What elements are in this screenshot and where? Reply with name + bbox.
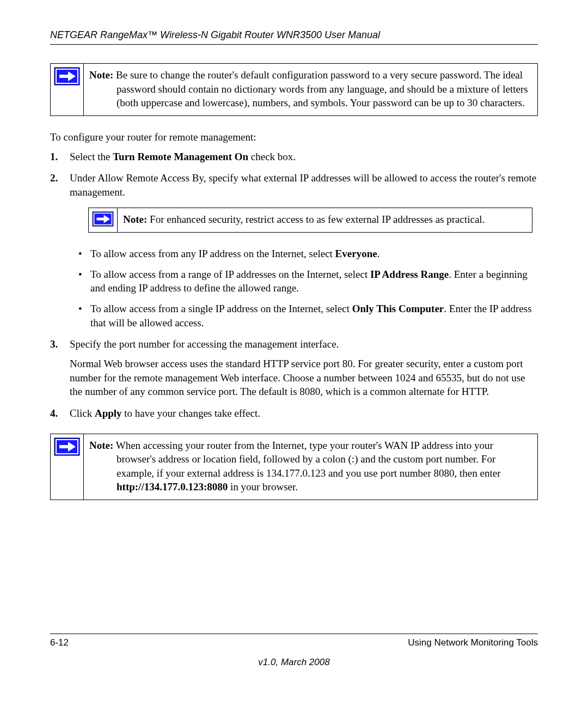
note-box-password: Note: Be sure to change the router's def…	[50, 63, 538, 116]
intro-text: To configure your router for remote mana…	[50, 130, 538, 144]
bullet-ip-range: To allow access from a range of IP addre…	[90, 267, 538, 295]
arrow-icon	[51, 64, 84, 115]
step-3: Specify the port number for accessing th…	[50, 337, 538, 399]
step-2: Under Allow Remote Access By, specify wh…	[50, 171, 538, 330]
bullet-only-this: To allow access from a single IP address…	[90, 302, 538, 330]
note-url: http://134.177.0.123:8080	[117, 481, 228, 492]
step-4: Click Apply to have your changes take ef…	[50, 406, 538, 421]
note-label: Note:	[123, 214, 147, 225]
note-box-wan-access: Note: When accessing your router from th…	[50, 434, 538, 501]
note-text: Be sure to change the router's default c…	[113, 69, 528, 108]
page-footer: 6-12 Using Network Monitoring Tools v1.0…	[50, 634, 538, 668]
note-box-security: Note: For enhanced security, restrict ac…	[88, 208, 532, 233]
page-number: 6-12	[50, 637, 69, 648]
arrow-icon	[89, 208, 118, 232]
note-text-pre: When accessing your router from the Inte…	[113, 440, 500, 479]
note-label: Note:	[89, 440, 113, 451]
section-title: Using Network Monitoring Tools	[408, 637, 538, 648]
note-text-post: in your browser.	[228, 481, 298, 492]
step-3-detail: Normal Web browser access uses the stand…	[70, 357, 538, 399]
note-label: Note:	[89, 69, 113, 81]
bullet-everyone: To allow access from any IP address on t…	[90, 247, 538, 261]
step-1: Select the Turn Remote Management On che…	[50, 150, 538, 164]
arrow-icon	[51, 434, 84, 500]
note-text: For enhanced security, restrict access t…	[147, 214, 485, 225]
page-header: NETGEAR RangeMax™ Wireless-N Gigabit Rou…	[50, 29, 538, 45]
version-text: v1.0, March 2008	[50, 657, 538, 668]
